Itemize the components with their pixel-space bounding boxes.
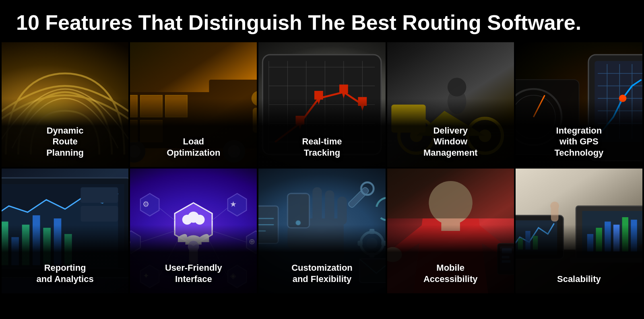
svg-rect-121: [369, 253, 374, 257]
svg-rect-141: [587, 234, 594, 251]
svg-rect-151: [518, 239, 522, 250]
svg-rect-74: [80, 187, 118, 203]
svg-rect-10: [165, 95, 187, 117]
svg-rect-147: [570, 258, 642, 263]
feature-card-1: DynamicRoutePlanning: [2, 42, 128, 167]
svg-rect-106: [313, 187, 322, 225]
feature-card-8: Customizationand Flexibility: [258, 169, 385, 293]
svg-rect-109: [288, 225, 303, 250]
feature-card-10: Scalability: [516, 169, 642, 293]
svg-rect-143: [605, 222, 611, 251]
feature-card-9: MobileAccessibility: [387, 169, 514, 293]
feature-label-5: Integrationwith GPSTechnology: [516, 125, 642, 158]
svg-rect-108: [338, 197, 347, 225]
feature-label-9: MobileAccessibility: [387, 262, 514, 284]
svg-rect-14: [253, 108, 257, 133]
svg-text:◉: ◉: [130, 237, 131, 246]
svg-rect-142: [596, 228, 602, 251]
svg-rect-123: [381, 241, 385, 246]
svg-point-119: [366, 238, 378, 249]
feature-card-7: ⚙ ★ ◉ ⊕ ✦ ◈ User-FriendlyInterface: [130, 169, 257, 293]
svg-rect-122: [357, 241, 362, 246]
svg-rect-133: [502, 249, 512, 253]
svg-rect-107: [325, 190, 334, 224]
feature-label-6: Reportingand Analytics: [2, 262, 128, 284]
svg-text:⊕: ⊕: [249, 237, 255, 246]
features-grid: DynamicRoutePlanning: [0, 42, 644, 295]
svg-point-84: [188, 241, 199, 252]
svg-rect-145: [622, 217, 628, 251]
feature-label-7: User-FriendlyInterface: [130, 262, 257, 284]
feature-card-6: Reportingand Analytics: [2, 169, 128, 293]
svg-rect-152: [525, 231, 530, 250]
svg-rect-134: [502, 256, 509, 258]
feature-card-5: Integrationwith GPSTechnology: [516, 42, 642, 167]
svg-rect-146: [631, 220, 637, 251]
svg-point-46: [447, 78, 466, 97]
page-wrapper: 10 Features That Distinguish The Best Ro…: [0, 0, 644, 295]
feature-label-2: LoadOptimization: [130, 136, 257, 158]
feature-label-3: Real-timeTracking: [258, 136, 385, 158]
page-title: 10 Features That Distinguish The Best Ro…: [0, 0, 644, 42]
svg-point-58: [619, 95, 627, 102]
svg-point-82: [188, 212, 199, 223]
svg-point-155: [550, 202, 559, 210]
feature-card-2: LoadOptimization: [130, 42, 257, 167]
svg-rect-8: [130, 95, 137, 117]
svg-rect-120: [369, 229, 374, 234]
feature-card-4: DeliveryWindowManagement: [387, 42, 514, 167]
svg-rect-128: [441, 218, 460, 231]
svg-rect-153: [533, 236, 538, 250]
svg-rect-75: [80, 206, 118, 222]
svg-rect-136: [387, 169, 514, 218]
feature-card-3: Real-timeTracking: [258, 42, 385, 167]
feature-label-4: DeliveryWindowManagement: [387, 125, 514, 158]
feature-label-1: DynamicRoutePlanning: [2, 125, 128, 158]
svg-text:⚙: ⚙: [142, 200, 149, 208]
feature-label-10: Scalability: [516, 274, 642, 285]
svg-rect-144: [613, 225, 620, 252]
feature-label-8: Customizationand Flexibility: [258, 262, 385, 284]
svg-text:★: ★: [230, 200, 237, 208]
svg-rect-9: [140, 95, 162, 117]
svg-point-115: [296, 220, 301, 225]
